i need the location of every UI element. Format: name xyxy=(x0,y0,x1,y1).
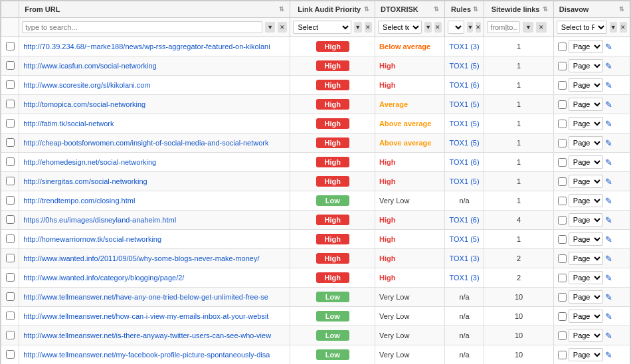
row-checkbox[interactable] xyxy=(6,292,15,301)
disavow-select[interactable]: Page xyxy=(569,213,603,227)
rules-filter-select[interactable]: Select tc xyxy=(448,21,465,34)
filter-audit-clear-icon[interactable]: ✕ xyxy=(365,22,373,33)
edit-icon[interactable]: ✎ xyxy=(605,157,612,167)
disavow-select[interactable]: Page xyxy=(569,155,603,169)
disavow-checkbox[interactable] xyxy=(558,235,567,244)
row-url-link[interactable]: http://trendtempo.com/closing.html xyxy=(23,197,135,205)
edit-icon[interactable]: ✎ xyxy=(605,234,612,244)
sort-sitewide-icon[interactable]: ⇅ xyxy=(543,6,548,13)
disavow-select[interactable]: Page xyxy=(569,59,603,72)
sort-audit-icon[interactable]: ⇅ xyxy=(364,6,369,13)
disavow-checkbox[interactable] xyxy=(558,139,567,147)
disavow-checkbox[interactable] xyxy=(558,216,567,225)
row-checkbox[interactable] xyxy=(6,177,15,185)
dtox-filter-select[interactable]: Select tc xyxy=(378,21,422,34)
disavow-select[interactable]: Page xyxy=(569,40,603,53)
row-checkbox[interactable] xyxy=(6,234,15,243)
edit-icon[interactable]: ✎ xyxy=(605,331,612,341)
edit-icon[interactable]: ✎ xyxy=(605,292,612,302)
disavow-checkbox[interactable] xyxy=(558,254,567,263)
row-url-link[interactable]: http://ehomedesign.net/social-networking xyxy=(23,158,156,166)
tox-link[interactable]: TOX1 xyxy=(450,216,469,224)
filter-sitewide-icon[interactable]: ▼ xyxy=(523,22,533,33)
disavow-select[interactable]: Page xyxy=(569,310,603,323)
disavow-select[interactable]: Page xyxy=(569,117,603,130)
row-checkbox[interactable] xyxy=(6,61,15,70)
disavow-checkbox[interactable] xyxy=(558,62,567,70)
disavow-select[interactable]: Page xyxy=(569,252,603,265)
tox-link[interactable]: TOX1 xyxy=(450,274,469,282)
edit-icon[interactable]: ✎ xyxy=(605,273,612,283)
disavow-checkbox[interactable] xyxy=(558,43,567,51)
row-checkbox[interactable] xyxy=(6,254,15,262)
row-url-link[interactable]: http://www.tellmeanswer.net/my-facebook-… xyxy=(23,351,270,359)
row-url-link[interactable]: http://70.39.234.68/~marke188/news/wp-rs… xyxy=(23,43,270,50)
disavow-filter-select[interactable]: Select to Filte xyxy=(557,21,607,34)
row-url-link[interactable]: http://www.iwanted.info/2011/09/05/why-s… xyxy=(23,254,259,262)
sort-rules-icon[interactable]: ⇅ xyxy=(473,6,478,13)
row-url-link[interactable]: http://tomopica.com/social-networking xyxy=(23,100,145,108)
disavow-select[interactable]: Page xyxy=(569,98,603,111)
disavow-checkbox[interactable] xyxy=(558,81,567,90)
filter-rules-clear-icon[interactable]: ✕ xyxy=(476,22,481,33)
row-url-link[interactable]: http://homewarriornow.tk/social-networki… xyxy=(23,235,161,243)
row-checkbox[interactable] xyxy=(6,42,15,50)
row-url-link[interactable]: http://www.tellmeanswer.net/is-there-any… xyxy=(23,331,271,339)
row-checkbox[interactable] xyxy=(6,215,15,224)
edit-icon[interactable]: ✎ xyxy=(605,61,612,71)
disavow-checkbox[interactable] xyxy=(558,274,567,282)
disavow-select[interactable]: Page xyxy=(569,290,603,304)
row-url-link[interactable]: http://www.tellmeanswer.net/how-can-i-vi… xyxy=(23,312,268,320)
filter-dtox-icon[interactable]: ▼ xyxy=(424,22,432,33)
tox-link[interactable]: TOX1 xyxy=(450,62,469,70)
row-url-link[interactable]: http://www.tellmeanswer.net/have-any-one… xyxy=(23,293,268,301)
edit-icon[interactable]: ✎ xyxy=(605,350,612,360)
row-checkbox[interactable] xyxy=(6,138,15,147)
edit-icon[interactable]: ✎ xyxy=(605,215,612,225)
tox-link[interactable]: TOX1 xyxy=(450,254,469,262)
tox-link[interactable]: TOX1 xyxy=(450,100,469,108)
row-url-link[interactable]: http://www.scoresite.org/sl/kikolani.com xyxy=(23,81,150,89)
disavow-checkbox[interactable] xyxy=(558,351,567,359)
row-checkbox[interactable] xyxy=(6,331,15,339)
disavow-checkbox[interactable] xyxy=(558,158,567,167)
tox-link[interactable]: TOX1 xyxy=(450,139,469,147)
row-url-link[interactable]: http://www.iwanted.info/category/bloggin… xyxy=(23,274,184,282)
disavow-select[interactable]: Page xyxy=(569,348,603,361)
filter-rules-icon[interactable]: ▼ xyxy=(467,22,473,33)
sort-disavow-icon[interactable]: ⇅ xyxy=(619,6,624,13)
disavow-select[interactable]: Page xyxy=(569,78,603,92)
edit-icon[interactable]: ✎ xyxy=(605,119,612,129)
filter-sitewide-clear-icon[interactable]: ✕ xyxy=(536,22,547,33)
row-checkbox[interactable] xyxy=(6,273,15,282)
row-checkbox[interactable] xyxy=(6,350,15,359)
edit-icon[interactable]: ✎ xyxy=(605,100,612,110)
disavow-select[interactable]: Page xyxy=(569,175,603,188)
disavow-select[interactable]: Page xyxy=(569,194,603,207)
row-url-link[interactable]: http://cheap-bootsforwomen.com/insight-o… xyxy=(23,139,268,147)
disavow-checkbox[interactable] xyxy=(558,331,567,340)
row-checkbox[interactable] xyxy=(6,100,15,108)
audit-filter-select[interactable]: Select xyxy=(293,21,351,34)
disavow-select[interactable]: Page xyxy=(569,232,603,246)
filter-dtox-clear-icon[interactable]: ✕ xyxy=(434,22,442,33)
tox-link[interactable]: TOX1 xyxy=(450,43,469,50)
tox-link[interactable]: TOX1 xyxy=(450,177,469,185)
disavow-select[interactable]: Page xyxy=(569,271,603,284)
edit-icon[interactable]: ✎ xyxy=(605,254,612,264)
filter-url-clear-icon[interactable]: ✕ xyxy=(278,22,287,33)
row-url-link[interactable]: http://sinergitas.com/social-networking xyxy=(23,177,147,185)
row-url-link[interactable]: https://0hs.eu/images/disneyland-anaheim… xyxy=(23,216,176,224)
disavow-checkbox[interactable] xyxy=(558,120,567,128)
row-checkbox[interactable] xyxy=(6,157,15,166)
edit-icon[interactable]: ✎ xyxy=(605,138,612,148)
row-checkbox[interactable] xyxy=(6,196,15,205)
disavow-checkbox[interactable] xyxy=(558,293,567,302)
url-search-input[interactable] xyxy=(22,21,262,33)
disavow-checkbox[interactable] xyxy=(558,177,567,186)
disavow-checkbox[interactable] xyxy=(558,100,567,109)
edit-icon[interactable]: ✎ xyxy=(605,80,612,90)
tox-link[interactable]: TOX1 xyxy=(450,120,469,128)
row-url-link[interactable]: http://www.icasfun.com/social-networking xyxy=(23,62,157,70)
edit-icon[interactable]: ✎ xyxy=(605,42,612,52)
